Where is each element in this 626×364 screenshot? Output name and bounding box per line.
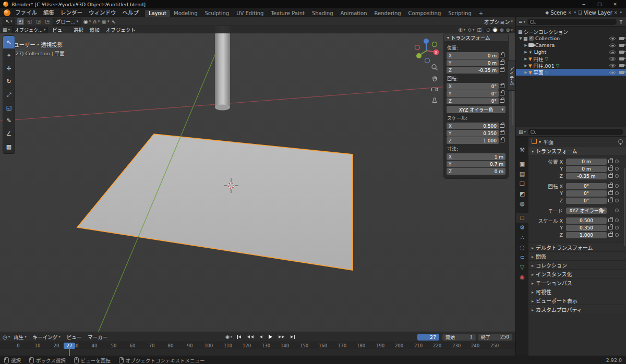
prev-keyframe-button[interactable] xyxy=(246,333,255,341)
collection-checkbox[interactable] xyxy=(529,36,534,41)
viewport-3d[interactable]: ▦ オブジェク... ビュー 選択 追加 オブジェクト ◎ ◇ ◫ ○ ● ◍ … xyxy=(0,26,515,332)
location-x-field[interactable]: 0 m xyxy=(566,159,607,165)
rotation-mode-dropdown[interactable]: XYZ オイラー角 xyxy=(447,106,505,113)
scene-selector[interactable]: ◆ Scene ✕ xyxy=(545,10,576,16)
transform-panel-header[interactable]: トランスフォーム xyxy=(528,146,626,155)
workspace-tab-scripting[interactable]: Scripting xyxy=(444,10,475,17)
hide-eye-icon[interactable] xyxy=(609,64,616,67)
outliner-editor-icon[interactable]: ≡ xyxy=(519,19,525,25)
minimize-button[interactable]: ─ xyxy=(576,0,592,8)
add-workspace-button[interactable]: + xyxy=(475,10,487,17)
tab-modifiers[interactable]: ⚙ xyxy=(516,223,528,233)
tool-transform[interactable]: ◱ xyxy=(3,101,15,114)
frame-start-field[interactable]: 開始 1 xyxy=(442,334,476,341)
select-mode-subtract-icon[interactable]: ◲ xyxy=(35,18,42,25)
lock-icon[interactable] xyxy=(608,219,613,222)
tool-measure[interactable]: ∠ xyxy=(3,127,15,140)
render-visibility-icon[interactable] xyxy=(619,57,624,60)
workspace-tab-layout[interactable]: Layout xyxy=(145,10,170,17)
animate-dot[interactable] xyxy=(615,191,619,195)
dimensions-y-field[interactable]: Y 0.7 m xyxy=(447,161,505,167)
filter-icon[interactable] xyxy=(619,20,623,24)
outliner-row-camera[interactable]: ▶ Camera xyxy=(516,42,626,48)
tab-scene[interactable]: ◩ xyxy=(516,189,528,199)
transform-orientation-dropdown[interactable]: グロー... xyxy=(53,18,81,26)
active-tool-icon[interactable]: ↖ xyxy=(3,18,15,26)
section-delta-transform[interactable]: デルタトランスフォーム xyxy=(528,242,626,251)
hide-eye-icon[interactable] xyxy=(609,70,616,74)
dimensions-x-field[interactable]: X 1 m xyxy=(447,153,505,160)
lock-icon[interactable] xyxy=(608,226,613,229)
hide-eye-icon[interactable] xyxy=(609,37,616,40)
lock-icon[interactable] xyxy=(608,160,613,163)
gizmos-toggle-icon[interactable]: ◎ xyxy=(459,27,465,32)
rotation-z-field[interactable]: 0° xyxy=(566,198,607,204)
mode-dropdown[interactable]: オブジェク... xyxy=(12,27,48,33)
lock-icon[interactable] xyxy=(500,68,504,72)
sidebar-tab-item[interactable]: アイテム xyxy=(508,60,515,91)
shading-solid-icon[interactable]: ● xyxy=(492,27,498,32)
tab-object[interactable]: ◻ xyxy=(516,213,528,223)
view-layer-selector[interactable]: ❏ View Layer ✕ xyxy=(578,10,622,16)
render-visibility-icon[interactable] xyxy=(619,71,624,74)
animate-dot[interactable] xyxy=(615,184,619,188)
section-visibility[interactable]: 可視性 xyxy=(528,287,626,296)
tab-output[interactable]: ▤ xyxy=(516,169,528,179)
gizmo-y-neg-axis[interactable] xyxy=(432,42,437,47)
scale-z-field[interactable]: Z 1.000 xyxy=(447,137,499,144)
workspace-tab-modeling[interactable]: Modeling xyxy=(170,10,201,17)
menu-render[interactable]: レンダー xyxy=(57,8,86,17)
close-button[interactable]: ✕ xyxy=(607,0,623,8)
section-custom-properties[interactable]: カスタムプロパティ xyxy=(528,305,626,313)
tab-physics[interactable]: ◌ xyxy=(516,242,528,252)
lock-icon[interactable] xyxy=(500,131,504,135)
outliner-row-cylinder-001[interactable]: ▶ ▼ 円柱.001 ▽ xyxy=(516,62,626,69)
select-mode-intersect-icon[interactable]: ◳ xyxy=(44,18,51,25)
menu-help[interactable]: ヘルプ xyxy=(119,8,142,17)
npanel-header[interactable]: トランスフォーム xyxy=(444,33,508,41)
camera-view-icon[interactable] xyxy=(431,86,438,93)
select-mode-extend-icon[interactable]: ◱ xyxy=(26,18,33,25)
play-reverse-button[interactable] xyxy=(258,333,264,341)
rotation-mode-dropdown[interactable]: XYZ オイラー角 xyxy=(566,208,607,214)
workspace-tab-rendering[interactable]: Rendering xyxy=(371,10,405,17)
playhead-line[interactable] xyxy=(69,348,70,356)
workspace-tab-uv-editing[interactable]: UV Editing xyxy=(233,10,267,17)
tool-cursor[interactable]: ⌖ xyxy=(3,49,15,62)
gizmo-y-axis[interactable] xyxy=(416,53,422,58)
timeline-editor-icon[interactable]: ◷ xyxy=(3,334,10,340)
next-keyframe-button[interactable] xyxy=(277,333,286,341)
maximize-button[interactable]: □ xyxy=(592,0,607,8)
hide-eye-icon[interactable] xyxy=(609,57,616,60)
pan-hand-icon[interactable] xyxy=(431,75,438,82)
tab-render[interactable]: ▣ xyxy=(516,159,528,169)
rotation-z-field[interactable]: Z 0° xyxy=(447,98,499,104)
viewport-menu-add[interactable]: 追加 xyxy=(88,26,102,33)
tool-move[interactable]: ✛ xyxy=(3,62,15,75)
disclosure-icon[interactable]: ▶ xyxy=(523,64,528,68)
section-instancing[interactable]: インスタンス化 xyxy=(528,269,626,278)
timeline-ruler[interactable]: 0 10 20 30 40 50 60 70 80 90 100 110 120… xyxy=(0,342,515,349)
timeline-menu-keying[interactable]: キーイング xyxy=(30,333,63,341)
workspace-tab-sculpting[interactable]: Sculpting xyxy=(201,10,233,17)
lock-icon[interactable] xyxy=(608,199,613,202)
animate-dot[interactable] xyxy=(615,226,619,229)
shading-rendered-icon[interactable]: ◎ xyxy=(506,27,511,32)
shading-wireframe-icon[interactable]: ○ xyxy=(486,27,491,32)
lock-icon[interactable] xyxy=(608,191,613,195)
outliner-row-collection[interactable]: ▼ ▦ Collection xyxy=(516,35,626,42)
gizmo-x-neg-axis[interactable] xyxy=(415,45,420,50)
lock-icon[interactable] xyxy=(500,84,504,88)
location-y-field[interactable]: Y 0 m xyxy=(447,59,499,66)
menu-file[interactable]: ファイル xyxy=(12,8,40,17)
timeline-menu-view[interactable]: ビュー xyxy=(64,333,85,341)
scene-canvas[interactable] xyxy=(0,26,515,332)
animate-dot[interactable] xyxy=(615,174,619,178)
location-y-field[interactable]: 0 m xyxy=(566,166,607,172)
timeline-menu-playback[interactable]: 再生 xyxy=(11,333,29,341)
current-frame-field[interactable]: 27 xyxy=(417,334,439,341)
gizmo-z-neg-axis[interactable] xyxy=(425,58,430,63)
viewport-menu-select[interactable]: 選択 xyxy=(71,26,86,33)
disclosure-icon[interactable]: ▶ xyxy=(523,57,528,61)
workspace-tab-compositing[interactable]: Compositing xyxy=(405,10,445,17)
